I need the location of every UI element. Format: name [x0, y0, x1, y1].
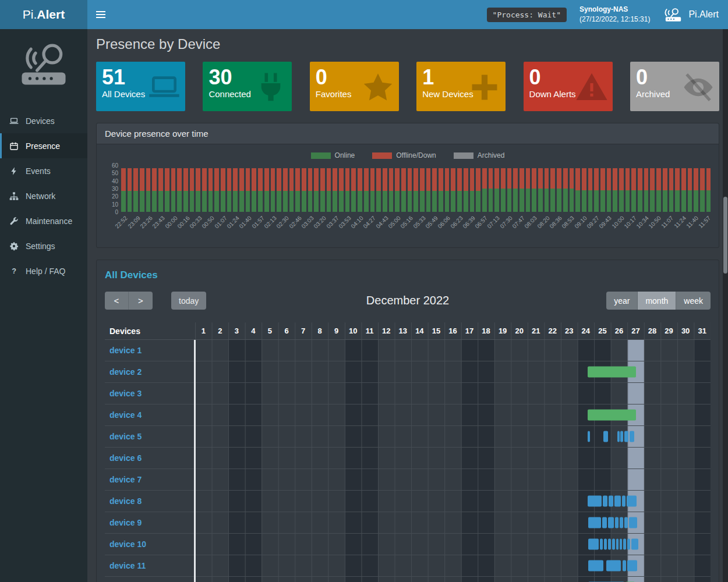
- device-link[interactable]: device 2: [105, 361, 195, 382]
- chart-bar-segment-offline-down: [233, 168, 238, 191]
- calendar-prev-button[interactable]: <: [105, 292, 129, 310]
- chart-bar-segment-online: [295, 191, 300, 212]
- calendar-divider: [194, 340, 196, 582]
- device-link[interactable]: device 11: [105, 555, 195, 576]
- sidebar-item-help-faq[interactable]: ?Help / FAQ: [0, 258, 87, 283]
- presence-bar-green: [588, 410, 636, 421]
- device-link[interactable]: device 9: [105, 512, 195, 533]
- chart-bar: [408, 168, 412, 212]
- chart-bar: [470, 168, 475, 212]
- chart-bar-segment-offline-down: [295, 168, 300, 191]
- device-link[interactable]: device 5: [105, 426, 195, 447]
- page-scrollbar-thumb[interactable]: [723, 197, 727, 274]
- chart-bar: [140, 168, 144, 212]
- chart-bar: [158, 168, 163, 212]
- sidebar-item-settings[interactable]: Settings: [0, 233, 87, 258]
- sidebar-toggle-button[interactable]: [87, 0, 114, 29]
- calendar-next-button[interactable]: >: [129, 292, 153, 310]
- presence-bar-blue: [588, 539, 599, 550]
- x-tick-label: 08:53: [561, 215, 575, 229]
- chart-bar-segment-online: [656, 190, 661, 212]
- sidebar-item-maintenance[interactable]: Maintenance: [0, 208, 87, 233]
- chart-bar: [501, 168, 506, 212]
- chart-bar-segment-offline-down: [650, 168, 655, 190]
- device-link[interactable]: device 10: [105, 534, 195, 555]
- presence-bar-blue: [616, 539, 619, 550]
- device-timeline: [195, 469, 711, 490]
- sidebar-item-events[interactable]: Events: [0, 158, 87, 183]
- x-tick-label: 01:40: [238, 215, 253, 229]
- page-title: Presence by Device: [96, 36, 719, 52]
- chart-bar-segment-offline-down: [688, 168, 692, 190]
- chart-bar-segment-offline-down: [239, 168, 244, 191]
- chart-bar-segment-offline-down: [302, 168, 306, 191]
- device-link[interactable]: device 3: [105, 383, 195, 404]
- chart-bar: [233, 168, 238, 212]
- legend-swatch: [372, 152, 392, 159]
- sidebar-item-network[interactable]: Network: [0, 183, 87, 208]
- day-header-5: 5: [261, 327, 278, 335]
- chart-bar-segment-offline-down: [140, 168, 144, 191]
- chart-bar-segment-offline-down: [128, 168, 132, 191]
- x-tick-label: 08:36: [548, 215, 563, 229]
- chart-bar-segment-offline-down: [146, 168, 151, 191]
- calendar-view-year[interactable]: year: [606, 292, 638, 310]
- presence-bar-blue: [612, 539, 615, 550]
- day-header-20: 20: [511, 327, 528, 335]
- laptop-icon: [9, 116, 20, 126]
- legend-swatch: [311, 152, 331, 159]
- calendar-view-week[interactable]: week: [676, 292, 711, 310]
- day-header-21: 21: [528, 327, 545, 335]
- device-link[interactable]: device 12: [105, 577, 195, 582]
- calendar-today-button[interactable]: today: [171, 292, 206, 310]
- x-tick-label: 05:00: [387, 215, 401, 229]
- chart-y-axis: 0102030405060: [105, 165, 121, 212]
- chart-bar: [700, 168, 705, 212]
- chart-bar-segment-online: [133, 191, 138, 212]
- device-link[interactable]: device 7: [105, 469, 195, 490]
- stat-card-new-devices[interactable]: 1New Devices: [416, 62, 506, 111]
- devices-column-header: Devices: [109, 322, 140, 340]
- stat-card-down-alerts[interactable]: 0Down Alerts: [524, 62, 613, 111]
- chart-bar: [171, 168, 176, 212]
- sidebar-item-presence[interactable]: Presence: [0, 133, 87, 158]
- chart-bar-segment-online: [706, 190, 711, 212]
- stat-card-connected[interactable]: 30Connected: [203, 62, 292, 111]
- device-link[interactable]: device 1: [105, 340, 195, 361]
- chart-bar-segment-online: [607, 190, 612, 212]
- chart-bar: [570, 168, 574, 212]
- device-row: device 9: [105, 512, 711, 534]
- device-link[interactable]: device 8: [105, 491, 195, 512]
- chart-bar: [128, 168, 132, 212]
- day-header-29: 29: [660, 327, 677, 335]
- chart-bar: [295, 168, 300, 212]
- chart-bar-segment-online: [171, 191, 176, 212]
- sidebar-item-devices[interactable]: Devices: [0, 108, 87, 133]
- presence-chart-bars: [121, 165, 711, 212]
- chart-bar-segment-online: [158, 191, 163, 212]
- stat-card-archived[interactable]: 0Archived: [630, 62, 719, 111]
- chart-bar: [476, 168, 480, 212]
- x-tick-label: 11:57: [698, 215, 712, 229]
- chart-bar-segment-offline-down: [208, 168, 213, 191]
- chart-bar-segment-offline-down: [246, 168, 250, 191]
- app-logo-prefix: Pi.: [23, 8, 37, 22]
- stat-card-all-devices[interactable]: 51All Devices: [96, 62, 185, 111]
- chart-bar: [482, 168, 487, 212]
- stat-card-favorites[interactable]: 0Favorites: [310, 62, 399, 111]
- app-logo[interactable]: Pi.Alert: [0, 0, 87, 29]
- device-link[interactable]: device 6: [105, 448, 195, 469]
- day-header-24: 24: [578, 327, 595, 335]
- device-timeline: [195, 577, 711, 582]
- x-tick-label: 07:30: [499, 215, 513, 229]
- device-link[interactable]: device 4: [105, 404, 195, 425]
- host-info: Synology-NAS (27/12/2022, 12:15:31): [579, 5, 650, 25]
- stat-cards-row: 51All Devices30Connected0Favorites1New D…: [96, 62, 719, 111]
- chart-bar: [557, 168, 561, 212]
- calendar-view-month[interactable]: month: [638, 292, 676, 310]
- chart-bar-segment-offline-down: [501, 168, 506, 189]
- chart-bar-segment-online: [550, 189, 555, 212]
- presence-bar-blue: [617, 431, 619, 442]
- chart-bar: [432, 168, 437, 212]
- chart-bar-segment-online: [669, 190, 674, 212]
